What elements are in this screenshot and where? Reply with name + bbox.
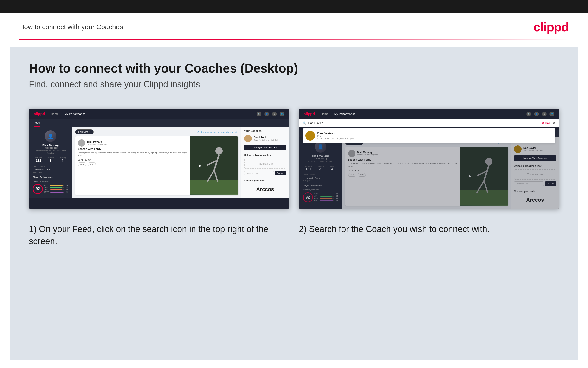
sim-search-result[interactable]: Dan Davies ✓ Pro Sunningdale Golf Club, … [303,128,555,143]
avatar-icon[interactable]: 🌐 [280,111,284,116]
sim-coach-name-2: Dan Davies [524,147,543,149]
caption-2: 2) Search for the Coach you wish to conn… [299,223,559,235]
sim-trackman-field[interactable]: Trackman Link [244,171,274,175]
stat-following-val: 4 [59,159,66,162]
svg-point-2 [215,147,223,155]
bar-putt-val: 96 [65,191,68,193]
sim-feed-meta-2: Yesterday · Sunningdale [357,154,378,156]
header-divider [19,39,569,40]
sim-feed-duration-2: 01 hr : 30 min [348,169,457,172]
sim-latest-date-2: 03 Aug 2022 [303,180,338,182]
svg-rect-9 [460,190,508,205]
sim-manage-btn-1[interactable]: Manage Your Coaches [244,145,286,150]
sim-latest-activity: Lesson with Fordy [33,168,68,171]
sim-coach-info-2: Dan Davies Sunningdale Golf Club [524,147,543,152]
bar-app-fill [50,187,62,188]
sim-user-name-2: Blair McHarg [303,155,338,157]
sim-feed-uname: Blair McHarg [87,140,108,143]
sim-manage-btn-2[interactable]: Manage Your Coaches [514,156,556,161]
sim-feed-title: Lesson with Fordy [78,147,187,150]
sim-feed-user-row-2: Blair McHarg Yesterday · Sunningdale [348,150,457,157]
sim-connect-title: Connect your data [244,179,286,182]
bar-ott-track [50,185,64,186]
bar-ott-2: OTT 90 [314,193,338,195]
sim-control-link[interactable]: Control who can see your activity and da… [197,131,238,133]
sim-trackman-field-2[interactable]: Trackman Link [514,182,544,186]
main-content: How to connect with your Coaches (Deskto… [10,46,578,360]
sim-bars: OTT 90 APP [44,184,68,193]
sim-feed-text-2: Blair McHarg Yesterday · Sunningdale Les… [345,147,460,206]
sim-add-btn[interactable]: Add Link [275,171,286,175]
sim-user-name-1: Blair McHarg [33,144,68,147]
sim-circle-score: 92 [33,184,43,194]
profile-icon[interactable]: 👤 [264,111,269,116]
sim-search-input[interactable]: Dan Davies [308,121,540,125]
sim-clear-btn[interactable]: CLEAR [542,122,551,125]
sim-stats-1: Activities 131 Followers 3 Following 4 [33,157,68,162]
sim-following-btn[interactable]: Following ▾ [75,129,94,135]
sim-perf-title: Player Performance [33,176,68,178]
sim-result-avatar [306,131,315,140]
sim-quality-title-2: Total Player Quality [303,189,338,191]
sim-feed-avatar-1 [78,139,85,147]
captions-row: 1) On your Feed, click on the search ico… [29,223,559,248]
sim-feed-uname-2: Blair McHarg [357,151,378,154]
sim-body-1: 👤 Blair McHarg Plus Handicap Royal North… [29,127,289,198]
bar-ott: OTT 90 [44,184,68,186]
sim-feed-body: Looking to feel like my hands are exitin… [78,151,187,157]
sim-close-btn[interactable]: ✕ [552,121,555,125]
bar-arg-track [50,189,64,190]
bar-arg-fill [50,189,62,190]
bar-ott-val: 90 [65,184,68,186]
following-label: Following [78,131,88,133]
stat-val-2a: 131 [305,167,312,171]
search-icon-2[interactable]: 🔍 [527,111,531,116]
sim-coach-name-1: David Ford [254,136,279,139]
svg-point-10 [485,158,492,165]
sim-center-feed-2: Following ▾ Control who can see your act… [342,137,511,209]
stat-followers-val: 3 [47,159,54,162]
bar-putt-track [50,192,64,193]
sim-left-panel-2: 👤 Blair McHarg Plus Handicap Royal North… [299,137,342,209]
sim-feed-duration: 01 hr : 30 min [78,159,187,161]
sim-arccos-logo: Arccos [244,184,286,195]
sim-result-role: Pro [317,135,356,137]
settings-icon-2[interactable]: ⚙ [542,111,547,116]
stat-label-2c: Following [329,165,336,167]
sim-bars-2: OTT 90 APP 85 ARG [314,193,338,202]
sim-trackman-input-2: Trackman Link Add Link [514,182,556,186]
tag-app-2: APP [358,173,366,177]
sim-coach-club-2: Sunningdale Golf Club [524,149,543,152]
sim-nav-home: Home [51,112,59,116]
screenshot-2: clippd Home My Performance 🔍 👤 ⚙ 🌐 🔍 Dan… [299,109,559,209]
sim-latest-activity-2: Lesson with Fordy [303,177,338,179]
sim-quality-title: Total Player Quality [33,180,68,183]
bar-putt: PUTT 96 [44,191,68,193]
sim-user-hcp-1: Plus Handicap [33,147,68,149]
sim-tab-feed[interactable]: Feed [34,121,40,127]
settings-icon[interactable]: ⚙ [272,111,277,116]
avatar-icon-2[interactable]: 🌐 [550,111,554,116]
sim-latest-date: 03 Aug 2022 [33,171,68,173]
sim-quality-row-2: 92 OTT 90 APP 85 [303,192,338,202]
sim-add-btn-2[interactable]: Add Link [545,182,556,186]
sim-trackman-input: Trackman Link Add Link [244,171,286,175]
bar-putt-2: PUTT 96 [314,200,338,201]
sim-result-club: Sunningdale Golf Club, United Kingdom [317,137,356,140]
sim-center-feed-1: Following ▾ Control who can see your act… [72,127,241,198]
search-icon[interactable]: 🔍 [257,111,261,116]
top-bar [0,0,588,13]
sim-nav-home-2: Home [321,112,329,116]
bar-arg-label: ARG [44,189,49,191]
sim-quality-row: 92 OTT 90 APP [33,184,68,194]
footer: Copyright Clippd 2022 [0,367,588,368]
profile-icon-2[interactable]: 👤 [534,111,539,116]
sim-feed-image-2 [460,147,508,206]
bar-arg: ARG 86 [44,189,68,191]
tag-ott: OTT [78,162,86,166]
sim-feed-tags-2: OTT APP [348,173,457,177]
header: How to connect with your Coaches clippd [0,13,588,39]
sim-user-hcp-2: Plus Handicap [303,157,338,160]
stat-activities-2: Activities 131 [305,165,312,171]
bar-arg-track-2 [320,198,334,199]
